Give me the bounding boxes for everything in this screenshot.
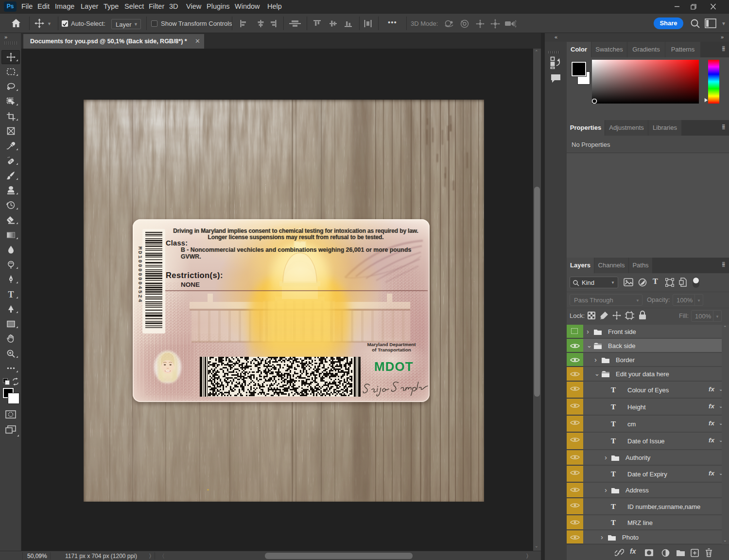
svg-text:T: T bbox=[8, 290, 14, 299]
